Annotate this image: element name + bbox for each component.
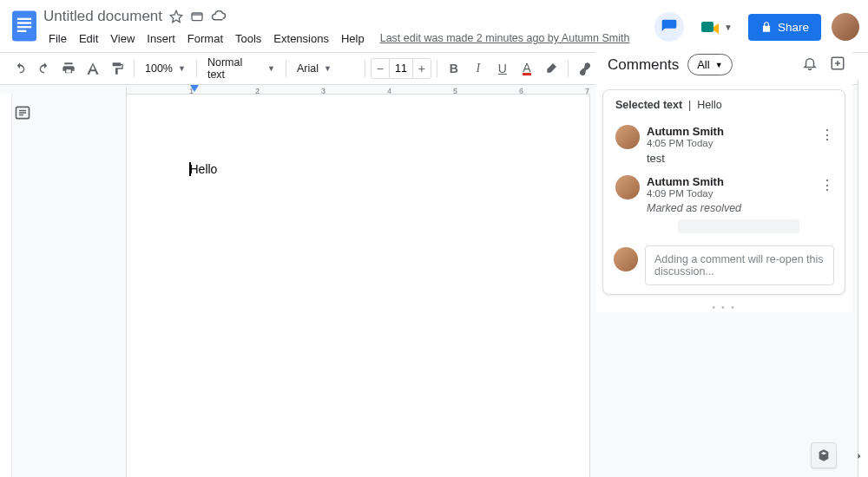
menu-extensions[interactable]: Extensions [268, 30, 334, 47]
paint-format-button[interactable] [106, 57, 128, 80]
side-panel-chevron-icon[interactable] [854, 449, 865, 465]
comment-time: 4:09 PM Today [647, 188, 832, 199]
italic-button[interactable]: I [467, 57, 490, 80]
font-size-value[interactable]: 11 [389, 59, 413, 78]
comment-thread: Selected text | Hello ⋮ Autumn Smith 4:0… [602, 89, 845, 295]
comment-author: Autumn Smith [647, 125, 832, 138]
vertical-ruler[interactable] [0, 94, 12, 477]
outline-toggle-icon[interactable] [14, 104, 31, 477]
text-color-button[interactable]: A [516, 57, 538, 80]
comment-item: ⋮ Autumn Smith 4:09 PM Today Marked as r… [603, 168, 845, 237]
font-select[interactable]: Arial▼ [292, 59, 359, 78]
menu-view[interactable]: View [105, 30, 140, 47]
svg-rect-1 [17, 18, 31, 20]
reply-box: Adding a comment will re-open this discu… [614, 245, 834, 285]
zoom-select[interactable]: 100%▼ [140, 59, 191, 78]
comment-author: Autumn Smith [647, 175, 832, 188]
share-label: Share [778, 21, 809, 34]
cloud-status-icon[interactable] [211, 10, 227, 23]
menu-bar: File Edit View Insert Format Tools Exten… [43, 29, 654, 47]
menu-help[interactable]: Help [336, 30, 370, 47]
comments-filter[interactable]: All▼ [687, 54, 732, 75]
underline-button[interactable]: U [491, 57, 514, 80]
document-body[interactable]: Hello [189, 162, 527, 176]
font-size-group: − 11 + [371, 58, 431, 79]
new-comment-icon[interactable] [830, 56, 845, 75]
spellcheck-button[interactable] [82, 57, 104, 80]
svg-rect-4 [17, 30, 27, 32]
menu-edit[interactable]: Edit [74, 30, 103, 47]
comment-avatar [615, 175, 640, 199]
docs-logo-icon[interactable] [9, 7, 40, 45]
resolved-placeholder [678, 219, 799, 233]
font-size-decrease[interactable]: − [372, 59, 389, 78]
comment-time: 4:05 PM Today [647, 138, 832, 148]
menu-format[interactable]: Format [182, 30, 228, 47]
menu-file[interactable]: File [43, 30, 72, 47]
comment-more-icon[interactable]: ⋮ [820, 127, 834, 143]
comment-avatar [615, 125, 640, 149]
svg-rect-2 [17, 22, 31, 23]
comments-panel: Comments All▼ Selected text | Hello ⋮ Au… [595, 45, 852, 312]
star-icon[interactable] [169, 10, 183, 23]
indent-marker[interactable] [190, 85, 199, 92]
reply-avatar [614, 247, 638, 271]
side-panel-edge [858, 80, 868, 477]
reply-input[interactable]: Adding a comment will re-open this discu… [645, 245, 834, 285]
bold-button[interactable]: B [443, 57, 465, 80]
svg-rect-6 [701, 22, 713, 32]
comment-resolved-label: Marked as resolved [647, 202, 832, 214]
menu-tools[interactable]: Tools [230, 30, 266, 47]
font-size-increase[interactable]: + [413, 59, 431, 78]
selected-text-header: Selected text | Hello [603, 90, 845, 118]
move-icon[interactable] [190, 10, 204, 23]
menu-insert[interactable]: Insert [141, 30, 181, 47]
comment-item: ⋮ Autumn Smith 4:05 PM Today test [603, 118, 845, 168]
redo-button[interactable] [33, 57, 56, 80]
comments-title: Comments [608, 56, 679, 74]
document-page[interactable]: Hello [126, 94, 590, 477]
explore-button[interactable] [811, 442, 837, 468]
document-title[interactable]: Untitled document [43, 8, 162, 25]
edit-status[interactable]: Last edit was made 2 minutes ago by Autu… [380, 32, 630, 44]
link-button[interactable] [574, 57, 596, 80]
comment-history-button[interactable] [654, 12, 684, 42]
undo-button[interactable] [9, 57, 31, 80]
panel-resize-dots[interactable]: • • • [595, 302, 852, 312]
share-button[interactable]: Share [748, 14, 821, 41]
account-avatar[interactable] [832, 13, 859, 41]
comment-text: test [647, 152, 832, 165]
comment-more-icon[interactable]: ⋮ [820, 177, 834, 193]
meet-button[interactable]: ▼ [694, 15, 738, 39]
style-select[interactable]: Normal text▼ [202, 53, 280, 84]
svg-rect-5 [192, 13, 202, 21]
print-button[interactable] [57, 57, 80, 80]
header: Untitled document File Edit View Insert … [0, 0, 868, 47]
svg-rect-3 [17, 26, 31, 28]
highlight-button[interactable] [540, 57, 562, 80]
notifications-icon[interactable] [802, 56, 818, 75]
